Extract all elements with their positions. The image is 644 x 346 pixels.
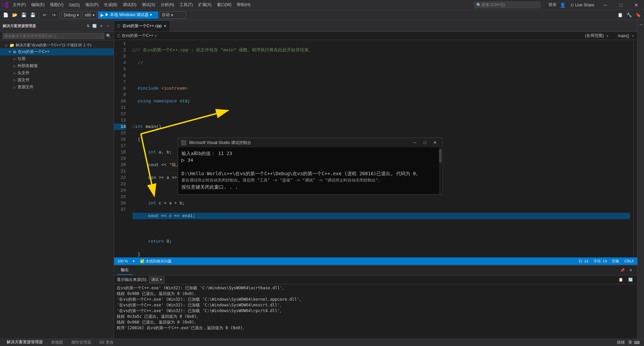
tab-cpp-close[interactable]: ✕ [164,24,166,28]
output-line-5: 线程 0x3a5c 已退出, 返回值为 0 (0x0)。 [117,314,635,319]
crlf-info[interactable]: CRLF [624,259,634,263]
output-line-6: 线程 0x960 已退出, 返回值为 0 (0x0)。 [117,319,635,325]
menu-file[interactable]: 文件(F) [10,0,29,10]
minimize-button[interactable]: ─ [598,0,613,10]
se-toolbar: ⇅ 🔄 ≡ ─ [85,23,111,29]
signin-button[interactable]: 登录 [546,1,559,9]
redo-btn[interactable]: ↪ [50,11,58,19]
save-btn[interactable]: 💾 [20,11,28,19]
output-line-4: '在vs的第一个C++.exe' (Win32): 已加载 'C:\Window… [117,308,635,314]
console-input-label: 输入a和b的值： [181,151,215,156]
output-copy-btn[interactable]: 📋 [617,276,625,284]
bs-pin-btn[interactable]: 📌 [619,267,627,274]
menu-debug[interactable]: 调试(D) [120,0,139,10]
console-empty [181,163,439,170]
platform-dropdown[interactable]: x86 ▾ [82,11,97,19]
char-info[interactable]: 字符: 14 [593,259,607,264]
output-source-value: 调试 [151,277,159,282]
console-titlebar: ⬛ Microsoft Visual Studio 调试控制台 ─ □ ✕ [178,138,442,147]
check-status[interactable]: ✅ 未找到相关问题 [140,259,171,264]
breadcrumb-sep1: ▾ [155,34,157,38]
console-popup: ⬛ Microsoft Visual Studio 调试控制台 ─ □ ✕ 输入… [178,138,443,195]
output-line-2: '在vs的第一个C++.exe' (Win32): 已加载 'C:\Window… [117,297,635,302]
breadcrumb-file[interactable]: 在vs的第一个C++ [122,33,154,39]
console-exit-msg: D:\Hello World\c++\在vs的第一个C++\Debug\在vs的… [181,170,439,177]
keyboard-icon: ⌨ [634,340,640,345]
breadcrumb-scope[interactable]: (全局范围) [585,33,604,39]
tab-cpp[interactable]: C 在vs的第一个C++.cpp ✕ [114,20,170,32]
title-search-box[interactable]: 🔍 搜索 (Ctrl+Q) [474,1,541,8]
output-tab[interactable]: 输出 [117,266,133,275]
external-deps-node[interactable]: ▷ 外部依赖项 [0,62,114,69]
output-line-1: 线程 0x980 已退出, 返回值为 0 (0x0)。 [117,291,635,297]
close-button[interactable]: ✕ [629,0,644,10]
title-search-label: 搜索 (Ctrl+Q) [481,2,505,8]
menu-edit[interactable]: 编辑(E) [29,0,47,10]
config-dropdown[interactable]: Debug ▾ [61,11,81,19]
se-search-icon[interactable]: 🔍 [106,34,111,38]
editor-scrollbar[interactable] [633,40,637,257]
maximize-button[interactable]: □ [613,0,629,10]
output-refresh-btn[interactable]: 🔄 [627,276,635,284]
project-node[interactable]: ▼ ⚙ 在vs的第一个C++ [0,48,114,55]
menu-project[interactable]: 项目(P) [83,0,101,10]
se-title: 解决方案资源管理器 [3,23,36,29]
btab-se[interactable]: 解决方案资源管理器 [3,338,47,346]
se-search-input[interactable] [3,33,104,39]
menu-view[interactable]: 视图(V) [47,0,66,10]
menu-extensions[interactable]: 扩展(X) [196,0,214,10]
undo-btn[interactable]: ↩ [41,11,49,19]
bs-close-btn[interactable]: ✕ [627,267,635,274]
zoom-level[interactable]: 100 % [117,259,128,263]
references-node[interactable]: ▷ 引用 [0,55,114,62]
btab-git[interactable]: Git 更改 [95,338,118,346]
extra-btn-3[interactable]: 🔖 [634,11,642,19]
console-close-btn[interactable]: ✕ [430,139,440,146]
console-controls: ─ □ ✕ [410,139,440,146]
project-icon: ⚙ [13,50,16,54]
se-btn-2[interactable]: 🔄 [92,23,98,29]
solution-explorer: 解决方案资源管理器 ⇅ 🔄 ≡ ─ 🔍 ▷ 📁 解决方案"在vs的第一个C++"… [0,20,114,339]
menu-tools[interactable]: 工具(T) [177,0,195,10]
menu-bar: 文件(F) 编辑(E) 视图(V) Git(G) 项目(P) 生成(B) 调试(… [10,0,470,10]
breadcrumb-func[interactable]: main() [618,34,629,38]
line-info[interactable]: 行: 14 [579,259,588,264]
console-result-line: ▷ 34 [181,157,439,163]
se-btn-minus[interactable]: ─ [105,23,111,29]
se-btn-3[interactable]: ≡ [98,23,104,29]
bs-header: 输出 📌 ✕ [114,265,637,276]
extra-btn-1[interactable]: 📋 [616,11,624,19]
solution-node[interactable]: ▷ 📁 解决方案"在vs的第一个C++"(1 个项目/共 1 个) [0,42,114,48]
console-minimize-btn[interactable]: ─ [410,139,420,146]
rs-btn-1[interactable]: | [638,22,644,28]
console-scrollbar[interactable] [439,147,442,194]
btab-cv[interactable]: 类视图 [47,338,67,346]
btab-pm[interactable]: 属性管理器 [67,338,95,346]
headers-node[interactable]: ▷ 头文件 [0,69,114,77]
run-button[interactable]: ▶ ▶ 本地 Windows 调试器 ▾ [98,11,158,19]
resources-node[interactable]: ▷ 资源文件 [0,84,114,91]
output-source-dropdown[interactable]: 调试 ▾ [149,277,164,283]
se-btn-1[interactable]: ⇅ [85,23,91,29]
new-project-btn[interactable]: 📄 [2,11,10,19]
menu-analyze[interactable]: 分析(N) [158,0,177,10]
auto-dropdown[interactable]: 自动 ▾ [159,11,186,19]
menu-window[interactable]: 窗口(W) [214,0,234,10]
console-restore-btn[interactable]: □ [420,139,430,146]
menu-help[interactable]: 帮助(H) [234,0,253,10]
menu-build[interactable]: 生成(B) [101,0,120,10]
menu-test[interactable]: 测试(S) [139,0,158,10]
source-node[interactable]: ▷ 源文件 [0,77,114,84]
live-share-button[interactable]: ⟨⟩ Live Share [567,2,598,8]
se-search: 🔍 [0,32,114,40]
console-scroll-thumb[interactable] [439,149,442,162]
config-value: Debug [64,13,75,17]
extra-btn-2[interactable]: 🔧 [625,11,633,19]
breadcrumb-scope-arrow: ▾ [606,34,608,38]
zoom-dropdown[interactable]: ▾ [133,259,135,263]
solution-icon: 📁 [9,43,14,48]
open-btn[interactable]: 📂 [11,11,19,19]
save-all-btn[interactable]: 💾 [29,11,37,19]
space-info[interactable]: 空格 [612,259,619,264]
menu-git[interactable]: Git(G) [66,0,83,10]
